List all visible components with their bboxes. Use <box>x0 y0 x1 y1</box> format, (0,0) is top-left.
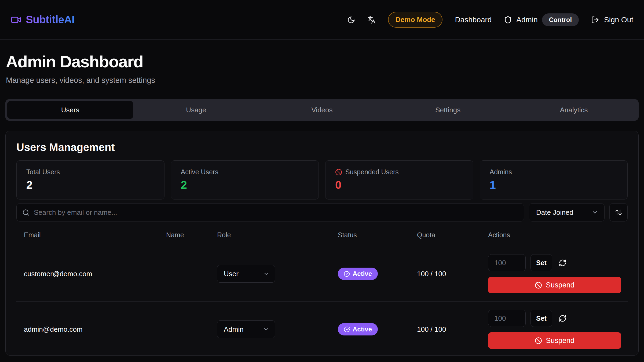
page-title: Admin Dashboard <box>5 52 639 71</box>
quota-input[interactable] <box>488 254 526 271</box>
arrow-up-down-icon <box>615 209 622 216</box>
table-row: admin@demo.com Admin Acti <box>16 302 628 356</box>
chevron-down-icon <box>591 209 598 216</box>
log-out-icon <box>591 16 599 24</box>
tab-bar: Users Usage Videos Settings Analytics <box>5 99 639 121</box>
stat-label: Active Users <box>181 168 309 176</box>
stat-value: 2 <box>181 179 309 191</box>
theme-toggle-button[interactable] <box>347 16 355 24</box>
language-toggle-button[interactable] <box>368 16 376 24</box>
refresh-icon <box>559 259 566 267</box>
users-table: Email Name Role Status Quota Actions cus… <box>16 231 628 356</box>
sort-by-select[interactable]: Date Joined <box>529 203 605 221</box>
search-input[interactable] <box>16 203 524 221</box>
brand-logo[interactable]: SubtitleAI <box>11 14 75 26</box>
sort-direction-button[interactable] <box>609 203 628 221</box>
quota-value: 100 / 100 <box>417 270 488 278</box>
table-header: Email Name Role Status Quota Actions <box>16 231 628 246</box>
video-camera-icon <box>11 14 21 25</box>
moon-icon <box>347 16 355 24</box>
column-header-status: Status <box>338 231 417 239</box>
search-icon <box>22 209 30 216</box>
quota-value: 100 / 100 <box>417 325 488 334</box>
status-badge: Active <box>338 323 378 335</box>
role-select[interactable]: Admin <box>217 320 275 338</box>
role-select[interactable]: User <box>217 265 275 283</box>
tab-videos[interactable]: Videos <box>259 101 385 119</box>
set-quota-button[interactable]: Set <box>530 254 552 271</box>
column-header-role: Role <box>217 231 338 239</box>
table-row: customer@demo.com User Ac <box>16 246 628 302</box>
top-nav: SubtitleAI Demo Mode Dashboard Admin Con… <box>0 0 644 40</box>
stat-label: Admins <box>490 168 618 176</box>
demo-mode-badge: Demo Mode <box>388 12 442 28</box>
set-quota-button[interactable]: Set <box>530 310 552 327</box>
suspend-user-button[interactable]: Suspend <box>488 332 621 349</box>
stat-label: Suspended Users <box>345 168 399 176</box>
stat-value: 2 <box>26 179 155 191</box>
stat-card-active-users: Active Users 2 <box>171 160 319 200</box>
quota-input[interactable] <box>488 310 526 327</box>
refresh-quota-button[interactable] <box>559 315 566 322</box>
status-badge: Active <box>338 268 378 280</box>
column-header-email: Email <box>24 231 166 239</box>
dashboard-link[interactable]: Dashboard <box>455 16 492 24</box>
sign-out-label: Sign Out <box>604 16 633 24</box>
user-email: admin@demo.com <box>24 325 166 334</box>
control-badge: Control <box>542 13 579 26</box>
circle-check-icon <box>344 271 350 277</box>
stat-value: 1 <box>490 179 618 191</box>
chevron-down-icon <box>263 326 269 333</box>
stat-label: Total Users <box>26 168 155 176</box>
sign-out-button[interactable]: Sign Out <box>591 16 633 24</box>
chevron-down-icon <box>263 271 269 277</box>
suspend-label: Suspend <box>546 337 575 345</box>
stat-card-suspended-users: Suspended Users 0 <box>325 160 473 200</box>
status-label: Active <box>353 270 372 278</box>
circle-check-icon <box>344 326 350 333</box>
stats-row: Total Users 2 Active Users 2 Suspended U… <box>16 160 628 200</box>
sort-by-value: Date Joined <box>536 208 573 217</box>
tab-analytics[interactable]: Analytics <box>511 101 637 119</box>
column-header-name: Name <box>166 231 217 239</box>
suspend-user-button[interactable]: Suspend <box>488 277 621 293</box>
stat-card-admins: Admins 1 <box>480 160 628 200</box>
role-value: User <box>224 270 239 278</box>
main-content: Admin Dashboard Manage users, videos, an… <box>0 52 644 356</box>
search-box <box>16 203 524 221</box>
panel-title: Users Management <box>16 141 628 153</box>
row-actions: Set Suspend <box>488 310 621 349</box>
stat-card-total-users: Total Users 2 <box>16 160 164 200</box>
users-management-panel: Users Management Total Users 2 Active Us… <box>5 131 639 356</box>
languages-icon <box>368 16 376 24</box>
tab-usage[interactable]: Usage <box>133 101 259 119</box>
refresh-quota-button[interactable] <box>559 259 566 267</box>
column-header-quota: Quota <box>417 231 488 239</box>
role-value: Admin <box>224 325 244 334</box>
ban-icon <box>535 337 542 344</box>
stat-value: 0 <box>335 179 463 191</box>
row-actions: Set Suspend <box>488 254 621 293</box>
nav-actions: Demo Mode Dashboard Admin Control Sign O… <box>347 12 633 28</box>
refresh-icon <box>559 315 566 322</box>
suspend-label: Suspend <box>546 281 575 289</box>
user-email: customer@demo.com <box>24 270 166 278</box>
admin-label: Admin <box>516 16 537 24</box>
tab-users[interactable]: Users <box>7 101 133 119</box>
ban-icon <box>535 282 542 289</box>
status-label: Active <box>353 326 372 333</box>
column-header-actions: Actions <box>488 231 621 239</box>
table-controls: Date Joined <box>16 203 628 221</box>
shield-icon <box>504 16 512 24</box>
ban-icon <box>335 169 342 176</box>
tab-settings[interactable]: Settings <box>385 101 511 119</box>
admin-role-indicator: Admin Control <box>504 13 579 26</box>
page-subtitle: Manage users, videos, and system setting… <box>5 76 639 85</box>
brand-name: SubtitleAI <box>26 14 75 26</box>
